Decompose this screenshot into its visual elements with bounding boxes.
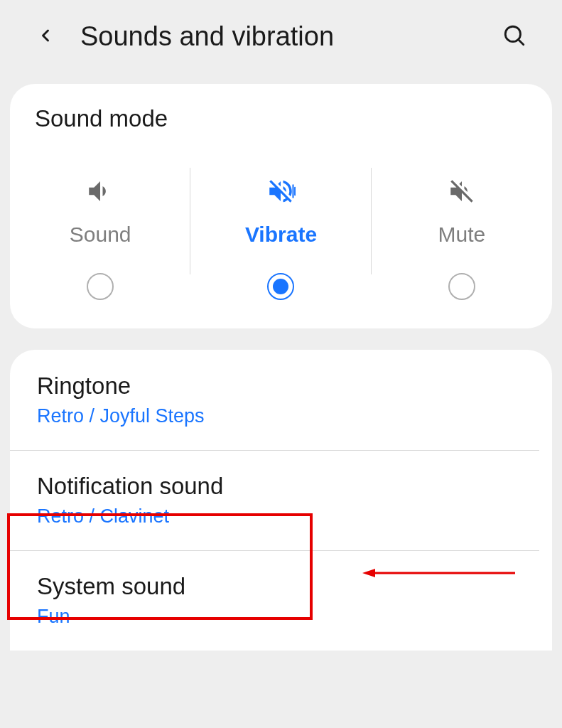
sound-mode-option-mute[interactable]: Mute <box>372 168 552 307</box>
setting-notification-sound[interactable]: Notification sound Retro / Clavinet <box>10 450 552 550</box>
sound-icon <box>85 175 115 207</box>
vibrate-mode-label: Vibrate <box>245 223 317 247</box>
sound-mode-card: Sound mode Sound Vibrate <box>10 84 552 328</box>
sound-mode-title: Sound mode <box>10 105 552 146</box>
notification-sound-label: Notification sound <box>37 473 525 500</box>
sound-mode-option-sound[interactable]: Sound <box>10 168 190 307</box>
page-title: Sounds and vibration <box>80 21 477 52</box>
svg-line-1 <box>519 39 524 44</box>
back-icon[interactable] <box>36 26 55 48</box>
mute-mode-label: Mute <box>438 223 485 247</box>
system-sound-value: Fun <box>37 606 525 628</box>
search-icon[interactable] <box>502 23 526 50</box>
ringtone-label: Ringtone <box>37 373 525 400</box>
radio-sound[interactable] <box>87 273 114 300</box>
sound-mode-label: Sound <box>70 223 131 247</box>
sound-mode-option-vibrate[interactable]: Vibrate <box>190 168 371 307</box>
radio-inner-icon <box>273 279 288 294</box>
sound-settings-card: Ringtone Retro / Joyful Steps Notificati… <box>10 350 552 651</box>
setting-ringtone[interactable]: Ringtone Retro / Joyful Steps <box>10 350 552 450</box>
setting-system-sound[interactable]: System sound Fun <box>10 550 552 651</box>
vibrate-icon <box>266 175 296 207</box>
notification-sound-value: Retro / Clavinet <box>37 505 525 528</box>
system-sound-label: System sound <box>37 573 525 600</box>
radio-vibrate[interactable] <box>267 273 294 300</box>
radio-mute[interactable] <box>448 273 475 300</box>
mute-icon <box>447 175 477 207</box>
header: Sounds and vibration <box>0 0 562 73</box>
sound-mode-grid: Sound Vibrate Mute <box>10 168 552 307</box>
ringtone-value: Retro / Joyful Steps <box>37 405 525 427</box>
